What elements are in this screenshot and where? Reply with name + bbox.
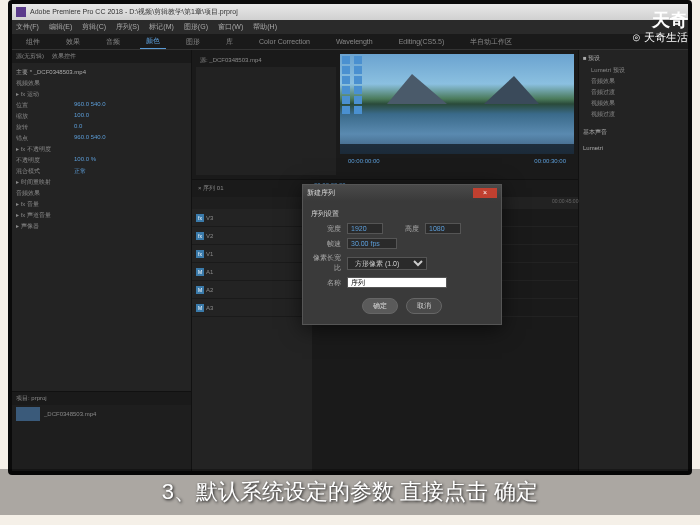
tab-graphics[interactable]: 图形: [180, 35, 206, 49]
track-v2[interactable]: fxV2: [192, 227, 312, 245]
ec-anchor-val[interactable]: 960.0 540.0: [74, 134, 106, 143]
ec-position-label: 位置: [16, 101, 66, 110]
watermark-main: 天奇: [652, 8, 688, 32]
tab-colorcorr[interactable]: Color Correction: [253, 36, 316, 47]
effect-controls-panel: 主要 * _DCF0348503.mp4 视频效果 ▸ fx 运动 位置960.…: [12, 63, 191, 391]
height-input[interactable]: [425, 223, 461, 234]
ec-blend-val[interactable]: 正常: [74, 167, 86, 176]
ec-scale-label: 缩放: [16, 112, 66, 121]
effects-item[interactable]: 音频过渡: [583, 87, 684, 98]
menu-sequence[interactable]: 序列(S): [116, 22, 139, 32]
effects-title: ■ 预设: [583, 54, 684, 63]
monitor-frame: Adobe Premiere Pro CC 2018 - D:\视频\剪辑教学\…: [8, 0, 692, 475]
preview-taskbar: [340, 144, 574, 154]
effects-item[interactable]: Lumetri 预设: [583, 65, 684, 76]
timecode-right: 00:00:30:00: [534, 158, 566, 164]
effects-item[interactable]: 视频过渡: [583, 109, 684, 120]
monitors-row: 源: _DCF0348503.mp4 00:00:00:00 00:00:30:…: [192, 50, 578, 180]
window-titlebar: Adobe Premiere Pro CC 2018 - D:\视频\剪辑教学\…: [12, 4, 688, 20]
effects-item[interactable]: 音频效果: [583, 76, 684, 87]
preview-content: [484, 76, 539, 104]
track-a3[interactable]: MA3: [192, 299, 312, 317]
track-v1[interactable]: fxV1: [192, 245, 312, 263]
menu-clip[interactable]: 剪辑(C): [82, 22, 106, 32]
name-label: 名称: [311, 278, 341, 288]
tab-library[interactable]: 库: [220, 35, 239, 49]
ec-opacity[interactable]: ▸ fx 不透明度: [16, 145, 66, 154]
source-monitor: 源: _DCF0348503.mp4: [196, 54, 336, 175]
ec-rotation-val[interactable]: 0.0: [74, 123, 82, 132]
preview-content: [387, 74, 447, 104]
fps-input[interactable]: [347, 238, 397, 249]
ec-label: 视频效果: [16, 79, 66, 88]
par-select[interactable]: 方形像素 (1.0): [347, 257, 427, 270]
tab-assembly[interactable]: 组件: [20, 35, 46, 49]
watermark-sub: 天奇生活: [632, 30, 688, 45]
ec-channel[interactable]: ▸ fx 声道音量: [16, 211, 66, 220]
width-input[interactable]: [347, 223, 383, 234]
ec-rotation-label: 旋转: [16, 123, 66, 132]
track-v3[interactable]: fxV3: [192, 209, 312, 227]
timecode-left[interactable]: 00:00:00:00: [348, 158, 380, 164]
workspace-tabbar: 组件 效果 音频 颜色 图形 库 Color Correction Wavele…: [12, 34, 688, 50]
close-icon[interactable]: ×: [473, 188, 497, 198]
dialog-body: 序列设置 宽度 高度 帧速 像素长宽比 方形像素 (1.0) 名称 确定: [303, 201, 501, 324]
ec-volume[interactable]: ▸ fx 音量: [16, 200, 66, 209]
tab-editing[interactable]: Editing(CS5.5): [393, 36, 451, 47]
menu-marker[interactable]: 标记(M): [149, 22, 174, 32]
track-headers: fxV3 fxV2 fxV1 MA1 MA2 MA3: [192, 209, 312, 471]
tab-color[interactable]: 颜色: [140, 34, 166, 49]
program-timecode-bar: 00:00:00:00 00:00:30:00: [340, 154, 574, 168]
fps-label: 帧速: [311, 239, 341, 249]
cancel-button[interactable]: 取消: [406, 298, 442, 314]
menubar: 文件(F) 编辑(E) 剪辑(C) 序列(S) 标记(M) 图形(G) 窗口(W…: [12, 20, 688, 34]
menu-file[interactable]: 文件(F): [16, 22, 39, 32]
ec-motion[interactable]: ▸ fx 运动: [16, 90, 66, 99]
program-preview[interactable]: [340, 54, 574, 154]
sequence-tab[interactable]: × 序列 01: [194, 182, 314, 195]
ec-opacity-val[interactable]: 100.0 %: [74, 156, 96, 165]
dialog-titlebar[interactable]: 新建序列 ×: [303, 185, 501, 201]
dialog-title: 新建序列: [307, 188, 335, 198]
tab-custom[interactable]: 半自动工作区: [464, 35, 518, 49]
track-a1[interactable]: MA1: [192, 263, 312, 281]
height-label: 高度: [389, 224, 419, 234]
tab-effects[interactable]: 效果: [60, 35, 86, 49]
ec-audio: 音频效果: [16, 189, 66, 198]
window-title: Adobe Premiere Pro CC 2018 - D:\视频\剪辑教学\…: [30, 7, 238, 17]
ec-panner[interactable]: ▸ 声像器: [16, 222, 66, 231]
effects-item[interactable]: 视频效果: [583, 98, 684, 109]
source-header: 源: _DCF0348503.mp4: [196, 54, 336, 67]
ec-timeremap[interactable]: ▸ 时间重映射: [16, 178, 66, 187]
menu-edit[interactable]: 编辑(E): [49, 22, 72, 32]
ec-position-val[interactable]: 960.0 540.0: [74, 101, 106, 110]
name-input[interactable]: [347, 277, 447, 288]
right-panel: ■ 预设 Lumetri 预设 音频效果 音频过渡 视频效果 视频过渡 基本声音…: [578, 50, 688, 471]
menu-help[interactable]: 帮助(H): [253, 22, 277, 32]
app-icon: [16, 7, 26, 17]
dialog-group-title: 序列设置: [311, 209, 493, 219]
menu-window[interactable]: 窗口(W): [218, 22, 243, 32]
tab-source[interactable]: 源(无剪辑): [16, 52, 44, 61]
par-label: 像素长宽比: [311, 253, 341, 273]
tab-effect-controls[interactable]: 效果控件: [52, 52, 76, 61]
tab-wavelength[interactable]: Wavelength: [330, 36, 379, 47]
project-tab[interactable]: 项目: prproj: [12, 392, 191, 405]
ok-button[interactable]: 确定: [362, 298, 398, 314]
menu-graphics[interactable]: 图形(G): [184, 22, 208, 32]
track-a2[interactable]: MA2: [192, 281, 312, 299]
essential-sound[interactable]: 基本声音: [583, 128, 684, 137]
desktop-icons: [342, 56, 364, 114]
effect-controls-tabs: 源(无剪辑) 效果控件: [12, 50, 191, 63]
tab-audio[interactable]: 音频: [100, 35, 126, 49]
ec-opacity-label: 不透明度: [16, 156, 66, 165]
ec-anchor-label: 锚点: [16, 134, 66, 143]
ec-scale-val[interactable]: 100.0: [74, 112, 89, 121]
new-sequence-dialog: 新建序列 × 序列设置 宽度 高度 帧速 像素长宽比 方形像素 (1.0) 名称: [302, 184, 502, 325]
program-monitor: 00:00:00:00 00:00:30:00: [340, 54, 574, 175]
lumetri[interactable]: Lumetri: [583, 145, 684, 151]
ec-blend-label: 混合模式: [16, 167, 66, 176]
tutorial-subtitle: 3、默认系统设定的参数 直接点击 确定: [0, 469, 700, 515]
project-item[interactable]: _DCF0348503.mp4: [12, 405, 191, 423]
left-panel: 源(无剪辑) 效果控件 主要 * _DCF0348503.mp4 视频效果 ▸ …: [12, 50, 192, 471]
